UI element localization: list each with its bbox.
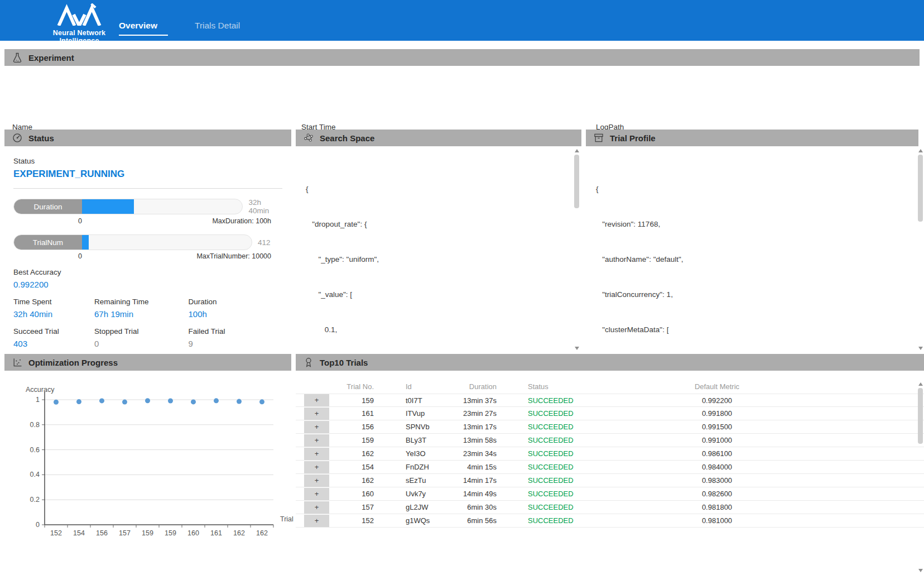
trial-profile-header: Trial Profile <box>586 130 918 146</box>
top-navbar: Neural Network Intelligence Overview Tri… <box>0 0 924 41</box>
stat-label: Failed Trial <box>188 327 282 336</box>
expand-row-button[interactable]: + <box>304 421 329 433</box>
duration-cell: 13min 37s <box>452 396 497 405</box>
search-space-scrollbar[interactable] <box>574 147 580 352</box>
expand-row-button[interactable]: + <box>304 394 329 406</box>
stat-duration: Duration 100h <box>188 298 282 319</box>
status-cell: SUCCEEDED <box>497 516 591 525</box>
scroll-up-arrow-icon[interactable] <box>918 382 923 386</box>
status-title: Status <box>28 133 54 143</box>
status-cell: SUCCEEDED <box>497 503 591 511</box>
progress-bar-label: Duration <box>14 199 82 214</box>
code-line: "trialConcurrency": 1, <box>596 289 830 300</box>
col-header-id: Id <box>374 382 452 391</box>
status-body: Status EXPERIMENT_RUNNING Duration 32h 4… <box>4 146 291 353</box>
status-cell: SUCCEEDED <box>497 449 591 458</box>
archive-box-icon <box>593 132 604 143</box>
metric-cell: 0.983000 <box>591 476 843 485</box>
trialnum-progress-bar: TrialNum <box>13 234 252 250</box>
col-header-duration: Duration <box>452 382 497 391</box>
duration-cell: 13min 58s <box>452 436 497 444</box>
scroll-down-arrow-icon[interactable] <box>575 347 579 350</box>
trial-no-cell: 161 <box>329 409 374 418</box>
tab-trials-detail[interactable]: Trials Detail <box>195 21 240 31</box>
status-cell: SUCCEEDED <box>497 409 591 418</box>
code-line: "_type": "uniform", <box>306 253 379 265</box>
stat-label: Succeed Trial <box>13 327 94 336</box>
nni-logo: Neural Network Intelligence <box>35 3 124 45</box>
svg-text:0.2: 0.2 <box>30 496 40 504</box>
progress-bar-label: TrialNum <box>14 235 82 250</box>
trial-id-cell: Uvk7y <box>374 490 452 498</box>
page-scrollbar-bottom[interactable] <box>917 381 924 574</box>
svg-text:159: 159 <box>165 529 176 537</box>
svg-text:Trial: Trial <box>280 515 293 523</box>
table-row: + 162 sEzTu 14min 17s SUCCEEDED 0.983000 <box>296 474 924 487</box>
expand-row-button[interactable]: + <box>304 488 329 500</box>
optimization-scatter-chart: Accuracy00.20.40.60.81152154156157159159… <box>21 384 300 552</box>
best-accuracy-block: Best Accuracy 0.992200 <box>13 268 282 289</box>
svg-text:162: 162 <box>256 529 268 537</box>
scroll-up-arrow-icon[interactable] <box>575 149 579 152</box>
trial-id-cell: YeI3O <box>374 449 452 458</box>
page-scrollbar-middle[interactable] <box>917 147 924 352</box>
top10-trials-title: Top10 Trials <box>320 358 368 367</box>
medal-icon <box>303 357 314 368</box>
stat-failed-trial: Failed Trial 9 <box>188 327 282 348</box>
duration-cell: 13min 17s <box>452 423 497 431</box>
trial-no-cell: 159 <box>329 436 374 444</box>
status-panel: Status Status EXPERIMENT_RUNNING Duratio… <box>4 130 291 353</box>
status-cell: SUCCEEDED <box>497 476 591 485</box>
svg-text:161: 161 <box>210 529 222 537</box>
trial-id-cell: g1WQs <box>374 516 452 525</box>
optimization-progress-panel: Optimization Progress Accuracy00.20.40.6… <box>4 354 291 573</box>
optimization-progress-title: Optimization Progress <box>28 358 118 367</box>
trial-id-cell: SPNVb <box>374 423 452 431</box>
metric-cell: 0.982600 <box>591 490 843 498</box>
svg-text:0.6: 0.6 <box>30 446 40 454</box>
status-cell: SUCCEEDED <box>497 423 591 431</box>
scrollbar-thumb[interactable] <box>918 155 923 222</box>
optimization-progress-header: Optimization Progress <box>4 354 291 371</box>
best-accuracy-value: 0.992200 <box>13 280 282 289</box>
trial-id-cell: ITVup <box>374 409 452 418</box>
code-line: "authorName": "default", <box>596 253 830 265</box>
duration-cell: 6min 56s <box>452 516 497 525</box>
expand-row-button[interactable]: + <box>304 408 329 420</box>
stats-row-2: Succeed Trial 403 Stopped Trial 0 Failed… <box>13 327 282 348</box>
expand-row-button[interactable]: + <box>304 461 329 473</box>
stat-label: Stopped Trial <box>94 327 189 336</box>
expand-row-button[interactable]: + <box>304 515 329 527</box>
duration-cell: 6min 30s <box>452 503 497 511</box>
trialnum-scale: 0 MaxTrialNumber: 10000 <box>13 252 271 260</box>
scroll-up-arrow-icon[interactable] <box>918 149 923 152</box>
top10-trials-header: Top10 Trials <box>296 354 924 371</box>
svg-text:162: 162 <box>233 529 245 537</box>
stat-value: 32h 40min <box>13 309 94 319</box>
search-space-title: Search Space <box>320 133 374 143</box>
expand-row-button[interactable]: + <box>304 501 329 514</box>
scroll-down-arrow-icon[interactable] <box>918 347 923 350</box>
scrollbar-thumb[interactable] <box>574 155 579 208</box>
scroll-down-arrow-icon[interactable] <box>918 569 923 572</box>
table-row: + 154 FnDZH 4min 15s SUCCEEDED 0.984000 <box>296 461 924 474</box>
trialnum-progress-row: TrialNum 412 <box>13 234 282 250</box>
tab-overview[interactable]: Overview <box>119 21 157 31</box>
experiment-panel: Experiment Name example_mnist ID KCiBytK… <box>4 49 920 125</box>
progress-fill <box>82 199 134 214</box>
scale-max: MaxDuration: 100h <box>212 217 271 225</box>
duration-cell: 4min 15s <box>452 463 497 471</box>
expand-row-button[interactable]: + <box>304 448 329 460</box>
scrollbar-thumb[interactable] <box>918 388 923 444</box>
code-line: "revision": 11768, <box>596 218 830 230</box>
duration-cell: 14min 49s <box>452 490 497 498</box>
metric-cell: 0.981000 <box>591 516 843 525</box>
scale-min: 0 <box>78 217 82 225</box>
expand-row-button[interactable]: + <box>304 434 329 447</box>
progress-value: 32h 40min <box>248 198 282 215</box>
svg-text:0.4: 0.4 <box>30 471 40 478</box>
expand-row-button[interactable]: + <box>304 475 329 487</box>
duration-cell: 23min 34s <box>452 449 497 458</box>
status-cell: SUCCEEDED <box>497 490 591 498</box>
top10-trials-panel: Top10 Trials Trial No. Id Duration Statu… <box>296 354 924 573</box>
